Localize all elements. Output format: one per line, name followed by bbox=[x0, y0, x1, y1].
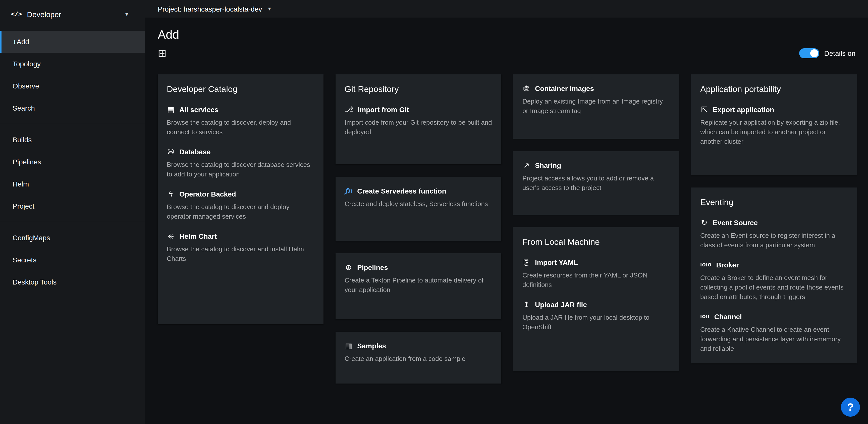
sidebar-item-add[interactable]: +Add bbox=[0, 31, 145, 53]
card-git-repository[interactable]: Git Repository⎇Import from GitImport cod… bbox=[336, 75, 501, 164]
item-title[interactable]: Sharing bbox=[535, 161, 561, 169]
item-description: Upload a JAR file from your local deskto… bbox=[522, 313, 670, 332]
title-row: ⊞ Details on bbox=[158, 47, 856, 60]
item-title[interactable]: Export application bbox=[713, 106, 774, 114]
sidebar-item-builds[interactable]: Builds bbox=[0, 129, 145, 151]
item-create-serverless-function[interactable]: ƒnCreate Serverless functionCreate and d… bbox=[345, 187, 492, 208]
card-application-portability[interactable]: Application portability⇱Export applicati… bbox=[691, 75, 857, 175]
item-title[interactable]: Container images bbox=[535, 84, 594, 92]
item-title-row: ↥Upload JAR file bbox=[522, 301, 670, 309]
sidebar: </> Developer ▾ +AddTopologyObserveSearc… bbox=[0, 0, 145, 424]
card-pipelines[interactable]: ⊛PipelinesCreate a Tekton Pipeline to au… bbox=[336, 253, 501, 319]
item-title[interactable]: Pipelines bbox=[357, 263, 388, 272]
upload-jar-icon: ↥ bbox=[522, 301, 530, 309]
grid-column: Application portability⇱Export applicati… bbox=[691, 75, 857, 363]
export-application-icon: ⇱ bbox=[700, 106, 708, 114]
broker-icon: IOIO bbox=[700, 261, 712, 269]
sidebar-item-topology[interactable]: Topology bbox=[0, 53, 145, 75]
item-import-from-git[interactable]: ⎇Import from GitImport code from your Gi… bbox=[345, 106, 492, 137]
app-window: </> Developer ▾ +AddTopologyObserveSearc… bbox=[0, 0, 868, 424]
toggle-knob bbox=[810, 49, 818, 57]
grid-column: Git Repository⎇Import from GitImport cod… bbox=[336, 75, 501, 384]
item-description: Create a Tekton Pipeline to automate del… bbox=[345, 276, 492, 294]
import-yaml-icon: ⎘ bbox=[522, 258, 530, 266]
quick-starts-icon[interactable]: ⊞ bbox=[158, 48, 166, 59]
item-description: Browse the catalog to discover database … bbox=[167, 160, 314, 179]
item-title[interactable]: Database bbox=[179, 148, 211, 156]
item-title[interactable]: Event Source bbox=[713, 219, 758, 227]
card-container-images[interactable]: ⛃Container imagesDeploy an existing Imag… bbox=[514, 75, 679, 139]
item-sharing[interactable]: ↗SharingProject access allows you to add… bbox=[522, 161, 670, 193]
item-title[interactable]: Import from Git bbox=[358, 106, 409, 114]
project-selector[interactable]: Project: harshcasper-localsta-dev ▾ bbox=[145, 5, 271, 13]
item-description: Create and deploy stateless, Serverless … bbox=[345, 199, 492, 208]
item-title[interactable]: Upload JAR file bbox=[535, 301, 587, 309]
import-from-git-icon: ⎇ bbox=[345, 106, 353, 114]
main-content: Add ⊞ Details on Developer Catalog▤All s… bbox=[145, 18, 868, 424]
item-title[interactable]: Operator Backed bbox=[179, 190, 236, 198]
grid-column: ⛃Container imagesDeploy an existing Imag… bbox=[514, 75, 679, 371]
page-title: Add bbox=[158, 27, 856, 42]
item-description: Browse the catalog to discover and deplo… bbox=[167, 202, 314, 221]
details-toggle[interactable] bbox=[799, 48, 819, 58]
card-create-serverless-function[interactable]: ƒnCreate Serverless functionCreate and d… bbox=[336, 177, 501, 241]
item-title[interactable]: Create Serverless function bbox=[357, 187, 446, 195]
item-title[interactable]: All services bbox=[179, 106, 218, 114]
details-toggle-wrap: Details on bbox=[799, 48, 856, 58]
item-title[interactable]: Channel bbox=[714, 313, 742, 321]
item-title-row: IOIIChannel bbox=[700, 313, 848, 321]
item-title-row: ƒnCreate Serverless function bbox=[345, 187, 492, 195]
card-from-local-machine[interactable]: From Local Machine⎘Import YAMLCreate res… bbox=[514, 227, 679, 371]
sidebar-item-search[interactable]: Search bbox=[0, 97, 145, 119]
card-sharing[interactable]: ↗SharingProject access allows you to add… bbox=[514, 151, 679, 215]
item-import-yaml[interactable]: ⎘Import YAMLCreate resources from their … bbox=[522, 258, 670, 289]
help-button[interactable]: ? bbox=[841, 398, 860, 417]
sidebar-item-pipelines[interactable]: Pipelines bbox=[0, 151, 145, 173]
perspective-switcher[interactable]: </> Developer ▾ bbox=[0, 0, 145, 29]
item-broker[interactable]: IOIOBrokerCreate a Broker to define an e… bbox=[700, 261, 848, 302]
card-title: Application portability bbox=[700, 84, 848, 94]
card-samples[interactable]: ▦SamplesCreate an application from a cod… bbox=[336, 332, 501, 384]
serverless-fn-icon: ƒn bbox=[345, 187, 352, 195]
event-source-icon: ↻ bbox=[700, 219, 708, 227]
item-upload-jar-file[interactable]: ↥Upload JAR fileUpload a JAR file from y… bbox=[522, 301, 670, 332]
add-grid: Developer Catalog▤All servicesBrowse the… bbox=[158, 75, 856, 384]
pipelines-icon: ⊛ bbox=[345, 263, 352, 272]
sidebar-item-helm[interactable]: Helm bbox=[0, 173, 145, 195]
item-pipelines[interactable]: ⊛PipelinesCreate a Tekton Pipeline to au… bbox=[345, 263, 492, 294]
samples-icon: ▦ bbox=[345, 342, 352, 350]
item-title-row: ▤All services bbox=[167, 106, 314, 114]
item-export-application[interactable]: ⇱Export applicationReplicate your applic… bbox=[700, 106, 848, 146]
sidebar-item-desktop-tools[interactable]: Desktop Tools bbox=[0, 271, 145, 293]
sidebar-item-configmaps[interactable]: ConfigMaps bbox=[0, 227, 145, 249]
item-operator-backed[interactable]: ϟOperator BackedBrowse the catalog to di… bbox=[167, 190, 314, 221]
card-eventing[interactable]: Eventing↻Event SourceCreate an Event sou… bbox=[691, 188, 857, 363]
sidebar-item-observe[interactable]: Observe bbox=[0, 75, 145, 97]
item-title[interactable]: Helm Chart bbox=[179, 232, 217, 240]
item-helm-chart[interactable]: ⎈Helm ChartBrowse the catalog to discove… bbox=[167, 232, 314, 263]
sidebar-nav: +AddTopologyObserveSearchBuildsPipelines… bbox=[0, 29, 145, 424]
item-title-row: ▦Samples bbox=[345, 342, 492, 350]
item-title[interactable]: Broker bbox=[716, 261, 739, 269]
card-title: Developer Catalog bbox=[167, 84, 314, 94]
project-selector-label: Project: harshcasper-localsta-dev bbox=[158, 5, 262, 13]
item-database[interactable]: ⛁DatabaseBrowse the catalog to discover … bbox=[167, 148, 314, 179]
sidebar-item-project[interactable]: Project bbox=[0, 195, 145, 217]
item-samples[interactable]: ▦SamplesCreate an application from a cod… bbox=[345, 342, 492, 363]
item-title[interactable]: Import YAML bbox=[535, 258, 578, 266]
sidebar-section: BuildsPipelinesHelmProject bbox=[0, 124, 145, 217]
card-developer-catalog[interactable]: Developer Catalog▤All servicesBrowse the… bbox=[158, 75, 323, 324]
sidebar-item-secrets[interactable]: Secrets bbox=[0, 249, 145, 271]
item-description: Create an Event source to register inter… bbox=[700, 231, 848, 250]
item-container-images[interactable]: ⛃Container imagesDeploy an existing Imag… bbox=[522, 84, 670, 116]
sharing-icon: ↗ bbox=[522, 161, 530, 169]
item-all-services[interactable]: ▤All servicesBrowse the catalog to disco… bbox=[167, 106, 314, 137]
item-title[interactable]: Samples bbox=[357, 342, 386, 350]
item-channel[interactable]: IOIIChannelCreate a Knative Channel to c… bbox=[700, 313, 848, 354]
item-description: Replicate your application by exporting … bbox=[700, 118, 848, 146]
database-icon: ⛁ bbox=[167, 148, 175, 156]
item-event-source[interactable]: ↻Event SourceCreate an Event source to r… bbox=[700, 219, 848, 250]
item-description: Create an application from a code sample bbox=[345, 354, 492, 363]
all-services-icon: ▤ bbox=[167, 106, 175, 114]
chevron-down-icon: ▾ bbox=[268, 5, 271, 12]
